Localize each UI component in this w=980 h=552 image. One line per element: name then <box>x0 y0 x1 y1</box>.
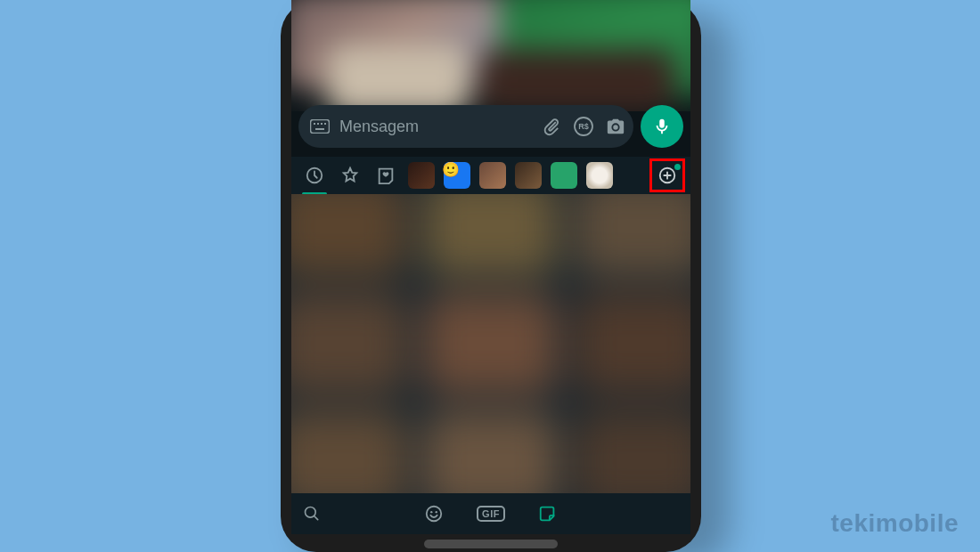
picker-type-row: GIF <box>291 493 690 534</box>
phone-chin <box>424 540 558 548</box>
sticker-tabs: 🙂 <box>291 157 690 194</box>
message-placeholder: Mensagem <box>339 118 532 136</box>
camera-icon[interactable] <box>603 114 628 139</box>
tab-gif[interactable]: GIF <box>475 498 507 530</box>
screen: Mensagem R$ <box>291 0 690 534</box>
add-sticker-pack-button[interactable] <box>649 158 685 192</box>
watermark: tekimobile <box>831 509 959 538</box>
svg-rect-0 <box>311 120 330 134</box>
tab-recent[interactable] <box>298 159 331 191</box>
tab-emoji[interactable] <box>418 498 450 530</box>
sticker-pack-4[interactable] <box>512 159 544 191</box>
svg-point-10 <box>427 507 442 522</box>
tab-favorites[interactable] <box>334 159 366 191</box>
sticker-pack-6[interactable] <box>584 159 616 191</box>
sticker-pack-1[interactable] <box>405 159 437 191</box>
stage: Mensagem R$ <box>0 0 980 552</box>
message-input[interactable]: Mensagem R$ <box>298 105 633 148</box>
svg-point-11 <box>430 511 432 513</box>
new-pack-indicator <box>674 164 681 170</box>
svg-rect-3 <box>321 123 323 125</box>
attach-icon[interactable] <box>539 114 564 139</box>
svg-rect-1 <box>314 123 315 125</box>
chat-background <box>291 0 690 111</box>
svg-point-12 <box>436 511 437 513</box>
svg-rect-5 <box>315 128 324 130</box>
phone-frame: Mensagem R$ <box>281 0 701 552</box>
message-input-row: Mensagem R$ <box>298 105 683 148</box>
sticker-pack-5[interactable] <box>548 159 580 191</box>
sticker-pack-2[interactable]: 🙂 <box>441 159 473 191</box>
tab-sticker[interactable] <box>532 498 564 530</box>
voice-message-button[interactable] <box>641 105 683 148</box>
keyboard-icon[interactable] <box>307 114 332 139</box>
sticker-pack-3[interactable] <box>477 159 509 191</box>
search-stickers-button[interactable] <box>291 505 332 523</box>
payment-icon[interactable]: R$ <box>571 114 596 139</box>
tab-heart[interactable] <box>370 159 402 191</box>
svg-rect-4 <box>324 123 326 125</box>
sticker-grid[interactable] <box>291 194 690 493</box>
svg-rect-2 <box>317 123 319 125</box>
